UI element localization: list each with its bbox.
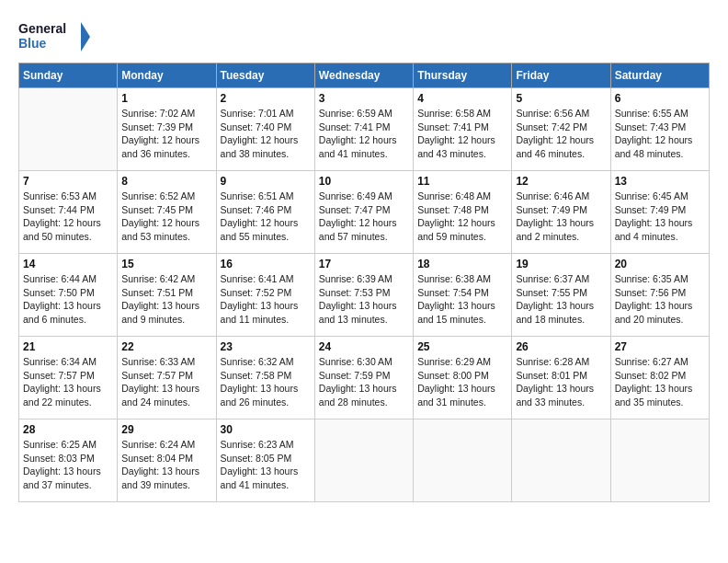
- calendar-cell: 20Sunrise: 6:35 AM Sunset: 7:56 PM Dayli…: [610, 254, 709, 337]
- day-info: Sunrise: 6:56 AM Sunset: 7:42 PM Dayligh…: [516, 107, 606, 161]
- day-number: 15: [121, 258, 211, 270]
- calendar-cell: 6Sunrise: 6:55 AM Sunset: 7:43 PM Daylig…: [610, 88, 709, 171]
- calendar-cell: 1Sunrise: 7:02 AM Sunset: 7:39 PM Daylig…: [118, 88, 216, 171]
- calendar-cell: 28Sunrise: 6:25 AM Sunset: 8:03 PM Dayli…: [19, 419, 118, 502]
- calendar-table: SundayMondayTuesdayWednesdayThursdayFrid…: [18, 63, 710, 502]
- day-number: 12: [516, 175, 606, 188]
- day-number: 8: [121, 175, 211, 188]
- day-info: Sunrise: 6:42 AM Sunset: 7:51 PM Dayligh…: [121, 272, 211, 327]
- day-info: Sunrise: 7:02 AM Sunset: 7:39 PM Dayligh…: [121, 107, 211, 161]
- calendar-cell: 3Sunrise: 6:59 AM Sunset: 7:41 PM Daylig…: [314, 88, 413, 171]
- day-info: Sunrise: 6:51 AM Sunset: 7:46 PM Dayligh…: [221, 190, 311, 244]
- day-info: Sunrise: 6:35 AM Sunset: 7:56 PM Dayligh…: [615, 272, 705, 327]
- calendar-week-5: 28Sunrise: 6:25 AM Sunset: 8:03 PM Dayli…: [19, 419, 710, 502]
- calendar-cell: 19Sunrise: 6:37 AM Sunset: 7:55 PM Dayli…: [512, 254, 610, 337]
- calendar-week-3: 14Sunrise: 6:44 AM Sunset: 7:50 PM Dayli…: [19, 254, 710, 337]
- calendar-cell: [314, 419, 413, 502]
- day-info: Sunrise: 6:55 AM Sunset: 7:43 PM Dayligh…: [615, 107, 705, 161]
- day-info: Sunrise: 6:33 AM Sunset: 7:57 PM Dayligh…: [121, 355, 211, 409]
- day-number: 1: [121, 92, 211, 105]
- weekday-saturday: Saturday: [610, 63, 709, 88]
- calendar-cell: 13Sunrise: 6:45 AM Sunset: 7:49 PM Dayli…: [610, 171, 709, 254]
- day-info: Sunrise: 6:27 AM Sunset: 8:02 PM Dayligh…: [615, 355, 705, 409]
- calendar-cell: 7Sunrise: 6:53 AM Sunset: 7:44 PM Daylig…: [19, 171, 118, 254]
- calendar-cell: 27Sunrise: 6:27 AM Sunset: 8:02 PM Dayli…: [610, 337, 709, 419]
- svg-text:Blue: Blue: [18, 36, 47, 51]
- day-info: Sunrise: 6:32 AM Sunset: 7:58 PM Dayligh…: [221, 355, 311, 409]
- logo: General Blue: [18, 18, 92, 55]
- day-info: Sunrise: 6:58 AM Sunset: 7:41 PM Dayligh…: [417, 107, 507, 161]
- calendar-cell: 22Sunrise: 6:33 AM Sunset: 7:57 PM Dayli…: [118, 337, 216, 419]
- calendar-cell: 2Sunrise: 7:01 AM Sunset: 7:40 PM Daylig…: [216, 88, 314, 171]
- calendar-week-1: 1Sunrise: 7:02 AM Sunset: 7:39 PM Daylig…: [19, 88, 710, 171]
- day-info: Sunrise: 6:25 AM Sunset: 8:03 PM Dayligh…: [23, 438, 113, 492]
- weekday-friday: Friday: [512, 63, 610, 88]
- calendar-cell: [610, 419, 709, 502]
- day-number: 28: [23, 423, 113, 436]
- calendar-cell: 25Sunrise: 6:29 AM Sunset: 8:00 PM Dayli…: [414, 337, 512, 419]
- calendar-cell: 12Sunrise: 6:46 AM Sunset: 7:49 PM Dayli…: [512, 171, 610, 254]
- day-number: 24: [319, 340, 409, 353]
- weekday-tuesday: Tuesday: [216, 63, 314, 88]
- day-info: Sunrise: 6:41 AM Sunset: 7:52 PM Dayligh…: [221, 272, 311, 327]
- calendar-cell: 10Sunrise: 6:49 AM Sunset: 7:47 PM Dayli…: [314, 171, 413, 254]
- day-number: 16: [221, 258, 311, 270]
- svg-marker-2: [81, 22, 90, 52]
- calendar-cell: 30Sunrise: 6:23 AM Sunset: 8:05 PM Dayli…: [216, 419, 314, 502]
- weekday-header-row: SundayMondayTuesdayWednesdayThursdayFrid…: [19, 63, 710, 88]
- logo-svg: General Blue: [18, 18, 92, 55]
- day-number: 2: [221, 92, 311, 105]
- day-info: Sunrise: 6:52 AM Sunset: 7:45 PM Dayligh…: [121, 190, 211, 244]
- day-info: Sunrise: 6:59 AM Sunset: 7:41 PM Dayligh…: [319, 107, 409, 161]
- day-info: Sunrise: 6:28 AM Sunset: 8:01 PM Dayligh…: [516, 355, 606, 409]
- weekday-monday: Monday: [118, 63, 216, 88]
- day-info: Sunrise: 6:24 AM Sunset: 8:04 PM Dayligh…: [121, 438, 211, 492]
- calendar-cell: 4Sunrise: 6:58 AM Sunset: 7:41 PM Daylig…: [414, 88, 512, 171]
- day-number: 30: [221, 423, 311, 436]
- weekday-sunday: Sunday: [19, 63, 118, 88]
- calendar-cell: 5Sunrise: 6:56 AM Sunset: 7:42 PM Daylig…: [512, 88, 610, 171]
- calendar-cell: 8Sunrise: 6:52 AM Sunset: 7:45 PM Daylig…: [118, 171, 216, 254]
- day-number: 5: [516, 92, 606, 105]
- calendar-cell: 16Sunrise: 6:41 AM Sunset: 7:52 PM Dayli…: [216, 254, 314, 337]
- day-number: 14: [23, 258, 113, 270]
- day-number: 25: [417, 340, 507, 353]
- day-info: Sunrise: 6:48 AM Sunset: 7:48 PM Dayligh…: [417, 190, 507, 244]
- calendar-cell: 29Sunrise: 6:24 AM Sunset: 8:04 PM Dayli…: [118, 419, 216, 502]
- day-info: Sunrise: 6:34 AM Sunset: 7:57 PM Dayligh…: [23, 355, 113, 409]
- day-number: 26: [516, 340, 606, 353]
- day-number: 27: [615, 340, 705, 353]
- weekday-wednesday: Wednesday: [314, 63, 413, 88]
- day-number: 10: [319, 175, 409, 188]
- day-number: 21: [23, 340, 113, 353]
- day-number: 7: [23, 175, 113, 188]
- page-header: General Blue: [18, 18, 710, 55]
- day-info: Sunrise: 6:37 AM Sunset: 7:55 PM Dayligh…: [516, 272, 606, 327]
- calendar-cell: 11Sunrise: 6:48 AM Sunset: 7:48 PM Dayli…: [414, 171, 512, 254]
- calendar-cell: 21Sunrise: 6:34 AM Sunset: 7:57 PM Dayli…: [19, 337, 118, 419]
- day-number: 3: [319, 92, 409, 105]
- calendar-cell: [19, 88, 118, 171]
- weekday-thursday: Thursday: [414, 63, 512, 88]
- day-number: 9: [221, 175, 311, 188]
- calendar-cell: 23Sunrise: 6:32 AM Sunset: 7:58 PM Dayli…: [216, 337, 314, 419]
- day-number: 4: [417, 92, 507, 105]
- day-number: 17: [319, 258, 409, 270]
- calendar-cell: 9Sunrise: 6:51 AM Sunset: 7:46 PM Daylig…: [216, 171, 314, 254]
- day-number: 6: [615, 92, 705, 105]
- day-number: 11: [417, 175, 507, 188]
- day-info: Sunrise: 6:39 AM Sunset: 7:53 PM Dayligh…: [319, 272, 409, 327]
- calendar-week-2: 7Sunrise: 6:53 AM Sunset: 7:44 PM Daylig…: [19, 171, 710, 254]
- svg-text:General: General: [18, 21, 66, 36]
- day-number: 20: [615, 258, 705, 270]
- day-number: 18: [417, 258, 507, 270]
- day-info: Sunrise: 6:30 AM Sunset: 7:59 PM Dayligh…: [319, 355, 409, 409]
- calendar-cell: 17Sunrise: 6:39 AM Sunset: 7:53 PM Dayli…: [314, 254, 413, 337]
- day-number: 23: [221, 340, 311, 353]
- day-info: Sunrise: 6:49 AM Sunset: 7:47 PM Dayligh…: [319, 190, 409, 244]
- day-info: Sunrise: 6:46 AM Sunset: 7:49 PM Dayligh…: [516, 190, 606, 244]
- calendar-cell: [512, 419, 610, 502]
- day-number: 19: [516, 258, 606, 270]
- day-info: Sunrise: 6:23 AM Sunset: 8:05 PM Dayligh…: [221, 438, 311, 492]
- calendar-cell: [414, 419, 512, 502]
